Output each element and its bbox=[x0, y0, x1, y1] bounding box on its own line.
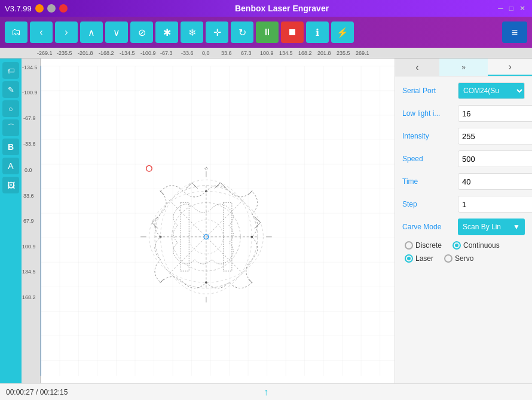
main-area: 🏷 ✎ ○ ⌒ B A 🖼 -134.5 -100.9 -67.9 -33.6 … bbox=[0, 59, 532, 383]
snowflake-btn[interactable]: ❄ bbox=[181, 21, 203, 43]
status-center: ↑ bbox=[264, 387, 268, 398]
carve-mode-label: Carve Mode bbox=[402, 223, 453, 231]
pause-btn[interactable]: ⏸ bbox=[256, 21, 279, 43]
laser-label: Laser bbox=[415, 254, 433, 263]
panel-content: Serial Port COM24(Su Low light i... Inte… bbox=[395, 76, 532, 383]
servo-label: Servo bbox=[455, 254, 473, 263]
circle-tool-btn[interactable]: ○ bbox=[2, 100, 19, 117]
move-btn[interactable]: ✛ bbox=[206, 21, 228, 43]
collapse-panel-btn[interactable]: » bbox=[439, 59, 488, 76]
curve-tool-btn[interactable]: ⌒ bbox=[2, 119, 19, 136]
discrete-radio[interactable] bbox=[405, 241, 413, 250]
step-input[interactable] bbox=[458, 196, 532, 213]
laser-option[interactable]: Laser bbox=[405, 254, 433, 263]
time-input[interactable] bbox=[458, 173, 532, 190]
ruler-vertical: -134.5 -100.9 -67.9 -33.6 0.0 33.6 67.9 … bbox=[22, 59, 41, 383]
scan-options-row: Discrete Continuous bbox=[402, 241, 525, 250]
stop-btn[interactable]: ⏹ bbox=[281, 21, 304, 43]
upload-icon: ↑ bbox=[264, 387, 268, 398]
pencil-tool-btn[interactable]: ✎ bbox=[2, 81, 19, 98]
up-btn[interactable]: ∧ bbox=[80, 21, 103, 43]
speed-row: Speed bbox=[402, 150, 525, 167]
intensity-label: Intensity bbox=[402, 132, 453, 140]
serial-port-row: Serial Port COM24(Su bbox=[402, 82, 525, 99]
bold-tool-btn[interactable]: B bbox=[2, 139, 19, 155]
time-display: 00:00:27 / 00:12:15 bbox=[6, 388, 68, 396]
font-tool-btn[interactable]: A bbox=[2, 158, 19, 174]
motor-options-row: Laser Servo bbox=[402, 254, 525, 263]
menu-btn[interactable]: ≡ bbox=[502, 21, 527, 43]
step-label: Step bbox=[402, 200, 453, 208]
svg-point-16 bbox=[205, 281, 207, 284]
low-light-label: Low light i... bbox=[402, 109, 453, 118]
close-btn[interactable] bbox=[59, 4, 68, 13]
low-light-row: Low light i... bbox=[402, 105, 525, 122]
win-max[interactable]: □ bbox=[507, 4, 515, 13]
maximize-btn[interactable] bbox=[47, 4, 56, 13]
titlebar-left: V3.7.99 bbox=[5, 4, 68, 13]
speed-input[interactable] bbox=[458, 150, 532, 167]
next-btn[interactable]: › bbox=[55, 21, 78, 43]
step-row: Step bbox=[402, 196, 525, 213]
panel-right-tab[interactable]: › bbox=[488, 59, 532, 76]
left-sidebar: 🏷 ✎ ○ ⌒ B A 🖼 bbox=[0, 59, 22, 383]
minimize-btn[interactable] bbox=[35, 4, 44, 13]
discrete-label: Discrete bbox=[415, 241, 442, 250]
servo-option[interactable]: Servo bbox=[444, 254, 473, 263]
version-label: V3.7.99 bbox=[5, 4, 32, 13]
prev-btn[interactable]: ‹ bbox=[30, 21, 53, 43]
speed-label: Speed bbox=[402, 155, 453, 163]
time-row: Time bbox=[402, 173, 525, 190]
continuous-label: Continuous bbox=[463, 241, 500, 250]
clear-btn[interactable]: ⊘ bbox=[130, 21, 153, 43]
intensity-input[interactable] bbox=[458, 128, 532, 144]
win-min[interactable]: ─ bbox=[496, 4, 505, 13]
win-close[interactable]: ✕ bbox=[518, 4, 527, 13]
carve-mode-value: Scan By Lin bbox=[463, 223, 501, 231]
panel-left-tab[interactable]: ‹ bbox=[395, 59, 439, 76]
discrete-option[interactable]: Discrete bbox=[405, 241, 442, 250]
power-btn[interactable]: ⚡ bbox=[331, 21, 354, 43]
info-btn[interactable]: ℹ bbox=[306, 21, 329, 43]
serial-port-label: Serial Port bbox=[402, 87, 453, 95]
carve-mode-dropdown-icon: ▼ bbox=[513, 223, 520, 231]
continuous-radio[interactable] bbox=[452, 241, 461, 250]
intensity-row: Intensity bbox=[402, 128, 525, 144]
tag-tool-btn[interactable]: 🏷 bbox=[2, 62, 19, 79]
toolbar: 🗂 ‹ › ∧ ∨ ⊘ ✱ ❄ ✛ ↻ ⏸ ⏹ ℹ ⚡ ≡ bbox=[0, 17, 532, 48]
svg-rect-1 bbox=[41, 66, 395, 376]
servo-radio[interactable] bbox=[444, 254, 452, 263]
app-title: Benbox Laser Engraver bbox=[235, 4, 329, 13]
right-panel: ‹ » › Serial Port COM24(Su Low light i..… bbox=[395, 59, 532, 383]
serial-port-select[interactable]: COM24(Su bbox=[458, 82, 525, 99]
carve-mode-btn[interactable]: Scan By Lin ▼ bbox=[458, 219, 525, 235]
carve-mode-row: Carve Mode Scan By Lin ▼ bbox=[402, 219, 525, 235]
settings-btn[interactable]: ✱ bbox=[155, 21, 178, 43]
low-light-input[interactable] bbox=[458, 105, 532, 122]
canvas-svg[interactable] bbox=[41, 59, 395, 383]
titlebar: V3.7.99 Benbox Laser Engraver ─ □ ✕ bbox=[0, 0, 532, 17]
ruler-horizontal: -269.1 -235.5 -201.8 -168.2 -134.5 -100.… bbox=[0, 48, 532, 59]
canvas-area[interactable]: -134.5 -100.9 -67.9 -33.6 0.0 33.6 67.9 … bbox=[22, 59, 395, 383]
refresh-btn[interactable]: ↻ bbox=[231, 21, 253, 43]
window-controls: ─ □ ✕ bbox=[496, 4, 527, 13]
panel-tabs: ‹ » › bbox=[395, 59, 532, 76]
image-tool-btn[interactable]: 🖼 bbox=[2, 177, 19, 193]
continuous-option[interactable]: Continuous bbox=[452, 241, 500, 250]
laser-radio[interactable] bbox=[405, 254, 413, 263]
open-btn[interactable]: 🗂 bbox=[5, 21, 27, 43]
statusbar: 00:00:27 / 00:12:15 ↑ bbox=[0, 383, 532, 400]
time-label: Time bbox=[402, 177, 453, 186]
down-btn[interactable]: ∨ bbox=[105, 21, 128, 43]
